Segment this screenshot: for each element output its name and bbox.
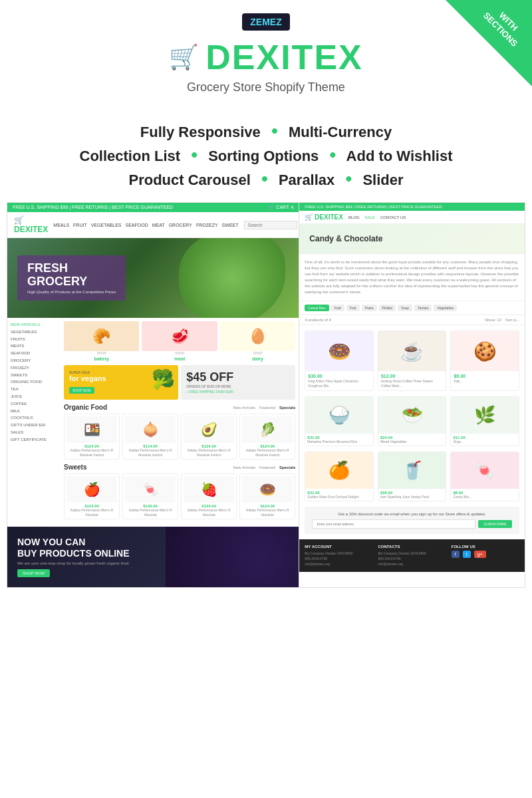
footer-account-col: MY ACCOUNT My Company Dexitex DXN-8900 8…: [305, 545, 372, 567]
nav-vegetables[interactable]: VEGETABLES: [91, 223, 122, 227]
product-card[interactable]: 🍱 $124.00 Adidas Performance Men's R Abs…: [64, 414, 120, 460]
tab-new-arrivals[interactable]: New Arrivals: [233, 406, 255, 410]
zemez-logo[interactable]: ZEMEZ: [242, 13, 289, 31]
product-card-candy3[interactable]: 🍬 $8.00 Candy Mix...: [450, 452, 519, 501]
filter-tag-tomato[interactable]: Tomato: [414, 305, 432, 311]
promo-vegan: SUPER SALE for vegans SHOP NOW 🥦: [64, 365, 178, 400]
product-card[interactable]: 🍩 $124.00 Adidas Performance Men's R Abs…: [239, 473, 295, 519]
product-card-rice[interactable]: 🍚 $31.00 Mahatma Premium Musemsi Rice: [305, 396, 374, 446]
footer-social-col: FOLLOW US f t g+: [452, 545, 519, 567]
left-preview: FREE U.S. SHIPPING $99 | FREE RETURNS | …: [7, 202, 299, 588]
sweets-title: Sweets: [64, 464, 86, 471]
email-subscribe-input[interactable]: [312, 519, 475, 529]
category-meat[interactable]: 🥩 SHOP meat: [142, 321, 217, 361]
subscribe-button[interactable]: SUBSCRIBE: [478, 520, 512, 528]
sidebar-item[interactable]: SEAFOOD: [11, 350, 57, 357]
show-selector[interactable]: Show: 12: [485, 318, 501, 322]
right-nav: 🛒 DEXITEX BLOG SALE CONTACT US: [299, 211, 525, 224]
nav-meat[interactable]: MEAT: [152, 223, 165, 227]
product-image: 🥬: [242, 416, 293, 443]
filter-tag-vegetables[interactable]: Vegetables: [434, 305, 457, 311]
product-image: 🥑: [184, 416, 234, 443]
product-card[interactable]: 🥬 $124.00 Adidas Performance Men's R Abs…: [239, 414, 295, 460]
veggies-img: 🥗: [378, 397, 446, 434]
category-bakery[interactable]: 🥐 SHOP bakery: [64, 321, 139, 361]
nav-blog[interactable]: BLOG: [348, 215, 360, 219]
category-dairy[interactable]: 🥚 SHOP dairy: [220, 321, 295, 361]
product-card[interactable]: 🥑 $124.00 Adidas Performance Men's R Abs…: [181, 414, 237, 460]
sidebar-item[interactable]: ORGANIC FOOD: [11, 378, 57, 386]
filter-tag-soup[interactable]: Soup: [398, 305, 412, 311]
bottom-shop-now-button[interactable]: SHOP NOW: [17, 569, 50, 577]
search-input[interactable]: [244, 221, 297, 229]
filter-tag-fruit[interactable]: Fruit: [331, 305, 344, 311]
sidebar-item[interactable]: FRUITS: [11, 336, 57, 343]
product-name: Adidas Performance Men's R Absolute: [66, 508, 117, 517]
nav-contact[interactable]: CONTACT US: [380, 215, 406, 219]
social-icons: f t g+: [452, 551, 519, 558]
nav-grocery[interactable]: GROCERY: [169, 223, 192, 227]
sidebar-item[interactable]: COCKTAILS: [11, 414, 57, 422]
product-card-organic[interactable]: 🌿 $11.00 Orga...: [450, 396, 519, 446]
tab-featured[interactable]: Featured: [259, 406, 275, 410]
sidebar-item[interactable]: VEGETABLES: [11, 329, 57, 336]
product-card-izze[interactable]: 🥤 $26.00 Izze Sparkling Juice Variety Pa…: [378, 452, 447, 501]
newsletter-promo: Get a 10% discount code via email when y…: [305, 507, 519, 534]
tab-specials-2[interactable]: Specials: [279, 466, 295, 469]
product-image: 🍩: [242, 476, 293, 503]
product-card-coffee[interactable]: ☕ $12.00 Kicking Horse Coffee Three Sist…: [378, 331, 447, 391]
nav-sweet[interactable]: SWEET: [222, 223, 239, 227]
promo-discount: $45 OFF ORDERS OF $100 OR MORE + FREE SH…: [181, 365, 295, 400]
sidebar-item[interactable]: MEATS: [11, 342, 57, 350]
sidebar-item[interactable]: GIFTS UNDER $10: [11, 422, 57, 429]
nav-meals[interactable]: MEALS: [53, 223, 69, 227]
product-card-fruit-basket[interactable]: 🍊 $31.00 Golden State Fruit Orchard Deli…: [305, 452, 374, 501]
tab-specials[interactable]: Specials: [279, 406, 295, 410]
features-row-2: Collection List • Sorting Options • Add …: [13, 144, 519, 166]
sidebar-item[interactable]: TEA: [11, 386, 57, 393]
nav-seafood[interactable]: SEAFOOD: [125, 223, 148, 227]
topbar-text: FREE U.S. SHIPPING $99 | FREE RETURNS | …: [13, 205, 173, 210]
feature-slider: Slider: [362, 172, 403, 188]
products-grid-2: 🍚 $31.00 Mahatma Premium Musemsi Rice 🥗 …: [305, 396, 519, 446]
sidebar-item[interactable]: NEW ARRIVALS: [11, 321, 57, 329]
product-card[interactable]: 🍎 $124.00 Adidas Performance Men's R Abs…: [64, 473, 120, 519]
product-card[interactable]: 🍬 $126.00 Adidas Performance Men's R Abs…: [122, 473, 178, 519]
sidebar-item[interactable]: SWEETS: [11, 372, 57, 379]
site-topbar: FREE U.S. SHIPPING $99 | FREE RETURNS | …: [7, 203, 299, 212]
product-card[interactable]: 🍓 $124.00 Adidas Performance Men's R Abs…: [181, 473, 237, 519]
filter-tag-pickles[interactable]: Pickles: [379, 305, 396, 311]
sort-selector[interactable]: Sort p...: [505, 318, 519, 322]
tab-new-arrivals-2[interactable]: New Arrivals: [233, 466, 255, 469]
hero-lettuce-decoration: [179, 238, 285, 318]
product-card-veggies[interactable]: 🥗 $24.00 Mixed Vegetables: [378, 396, 447, 446]
facebook-icon[interactable]: f: [452, 551, 460, 558]
filter-tag-fruit2[interactable]: Fruit: [346, 305, 360, 311]
twitter-icon[interactable]: t: [463, 551, 471, 558]
sidebar-item[interactable]: MILK: [11, 408, 57, 415]
organic-name: Orga...: [453, 440, 517, 444]
filter-tag-cerealbars[interactable]: Cereal Bars: [305, 305, 329, 311]
tab-featured-2[interactable]: Featured: [259, 466, 275, 469]
filter-tag-pasta[interactable]: Pasta: [362, 305, 377, 311]
product-card[interactable]: 🧅 $114.00 Adidas Performance Men's R Abs…: [122, 414, 178, 460]
sidebar-item[interactable]: FROZEZY: [11, 364, 57, 372]
sidebar-item[interactable]: COFFEE: [11, 400, 57, 408]
sidebar-item[interactable]: JUICE: [11, 393, 57, 400]
product-card-donut[interactable]: 🍩 $30.00 King Arthur Flour Apple Cinnamo…: [305, 331, 374, 391]
nav-fruit[interactable]: FRUIT: [73, 223, 87, 227]
sidebar-item[interactable]: SALES: [11, 429, 57, 436]
feature-responsive: Fully Responsive: [140, 124, 261, 140]
products-grid-3: 🍊 $31.00 Golden State Fruit Orchard Deli…: [305, 452, 519, 501]
fruit-basket-img: 🍊: [305, 452, 373, 489]
discount-detail: ORDERS OF $100 OR MORE: [186, 384, 290, 388]
product-card-extra[interactable]: 🍪 $9.00 Kab...: [450, 331, 519, 391]
feature-sorting: Sorting Options: [208, 148, 319, 164]
promo-vegan-btn[interactable]: SHOP NOW: [69, 387, 94, 394]
candy3-info: $8.00 Candy Mix...: [451, 489, 519, 501]
sidebar-item[interactable]: GROCERY: [11, 357, 57, 364]
nav-sale[interactable]: SALE: [365, 215, 375, 219]
sidebar-item[interactable]: GIFT CERTIFICATE: [11, 436, 57, 444]
nav-frozezy[interactable]: FROZEZY: [196, 223, 218, 227]
googleplus-icon[interactable]: g+: [474, 551, 486, 558]
